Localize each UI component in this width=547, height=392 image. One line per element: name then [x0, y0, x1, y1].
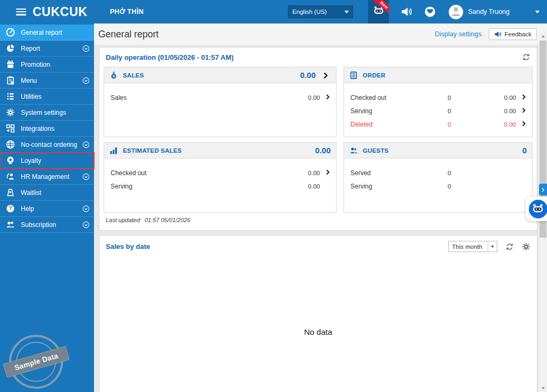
- refresh-icon[interactable]: [522, 53, 530, 61]
- refresh-icon[interactable]: [505, 242, 514, 251]
- guests-icon: [349, 146, 359, 155]
- restaurant-name: PHỞ THÌN: [110, 8, 144, 15]
- hamburger-menu-icon[interactable]: [16, 9, 26, 15]
- chevron-down-circle-icon[interactable]: [82, 205, 90, 213]
- sidebar-menu: General reportReportPromotionMenuUtiliti…: [0, 23, 94, 233]
- user-name[interactable]: Sandy Truong: [468, 8, 510, 15]
- chatbot-topbar-button[interactable]: New: [368, 0, 389, 23]
- person-icon: [450, 5, 462, 19]
- chevron-down-circle-icon[interactable]: [82, 77, 90, 84]
- order-card: ORDER Checked out00.00Serving00.00Delete…: [343, 67, 533, 137]
- sidebar-item-utilities[interactable]: Utilities: [0, 89, 94, 105]
- sales-card: $ SALES 0.00 Sales0.00: [104, 67, 337, 137]
- row-label: Serving: [350, 107, 448, 115]
- money-bag-icon: $: [110, 70, 119, 80]
- chevron-right-icon[interactable]: [516, 94, 527, 101]
- sidebar-item-label: Promotion: [21, 61, 90, 68]
- sidebar-item-general-report[interactable]: General report: [0, 25, 94, 41]
- card-row-serving: Serving0: [350, 179, 527, 193]
- card-row-sales[interactable]: Sales0.00: [111, 91, 331, 104]
- chevron-right-icon[interactable]: [516, 107, 527, 115]
- app-logo[interactable]: CUKCUK: [33, 5, 88, 19]
- robot-icon: [529, 200, 547, 218]
- sidebar-item-no-contact-ordering[interactable]: No-contact ordering: [0, 137, 94, 153]
- chevron-down-circle-icon[interactable]: [82, 173, 90, 181]
- gift-icon: [6, 60, 16, 69]
- row-label: Serving: [111, 183, 289, 190]
- feedback-button[interactable]: Feedback: [489, 28, 537, 40]
- clipboard-icon: [6, 76, 16, 85]
- daily-operation-panel: Daily operation (01/05/2026 - 01:57 AM) …: [99, 47, 537, 231]
- chevron-down-circle-icon[interactable]: [82, 45, 90, 52]
- chevron-down-circle-icon[interactable]: [82, 141, 90, 148]
- chevron-down-icon: [488, 241, 497, 252]
- chevron-right-icon[interactable]: [320, 169, 331, 177]
- language-select[interactable]: English (US): [288, 5, 353, 18]
- sidebar-item-label: Help: [21, 205, 82, 213]
- estimated-sales-card-header: ESTIMATED SALES 0.00: [104, 143, 336, 159]
- sidebar-item-menu[interactable]: Menu: [0, 73, 94, 89]
- gear-icon[interactable]: [522, 242, 530, 251]
- card-row-checked-out[interactable]: Checked out0.00: [111, 166, 331, 179]
- row-label: Deleted: [350, 121, 448, 128]
- loyalty-badge-icon: [6, 156, 16, 166]
- sidebar-item-label: System settings: [21, 109, 90, 116]
- card-row-serving[interactable]: Serving00.00: [350, 104, 527, 117]
- estimated-sales-card: ESTIMATED SALES 0.00 Checked out0.00Serv…: [104, 142, 337, 213]
- sidebar-item-help[interactable]: ?Help: [0, 201, 94, 217]
- globe-icon: [6, 140, 16, 150]
- sales-total: 0.00: [300, 70, 316, 80]
- display-settings-link[interactable]: Display settings: [435, 30, 482, 38]
- chevron-down-circle-icon[interactable]: [82, 221, 90, 229]
- sidebar-item-hr-management[interactable]: HR Management: [0, 169, 94, 185]
- megaphone-icon: [494, 30, 502, 38]
- sidebar-item-loyalty[interactable]: Loyalty: [0, 153, 94, 169]
- estimated-sales-total: 0.00: [315, 146, 331, 155]
- card-row-deleted[interactable]: Deleted00.00: [350, 117, 527, 131]
- card-row-serving: Serving0.00: [111, 179, 331, 193]
- sales-card-header[interactable]: $ SALES 0.00: [104, 67, 336, 83]
- user-menu-chevron-icon[interactable]: [535, 11, 540, 13]
- row-label: Serving: [350, 183, 448, 190]
- dashboard-icon: [6, 28, 16, 37]
- row-value: 0.00: [289, 183, 320, 190]
- app-root: CUKCUK PHỞ THÌN English (US) New Sandy T…: [0, 0, 547, 392]
- sidebar-item-label: Utilities: [21, 93, 90, 100]
- chevron-right-icon[interactable]: [320, 94, 331, 101]
- integrations-icon: [6, 124, 16, 134]
- bar-chart-icon: [110, 146, 119, 155]
- sidebar-item-waitlist[interactable]: Waitlist: [0, 185, 94, 201]
- row-value: 0.00: [289, 170, 320, 176]
- chevron-right-icon[interactable]: [516, 121, 527, 128]
- help-icon: ?: [6, 204, 16, 214]
- period-select[interactable]: This month: [448, 241, 497, 252]
- svg-text:?: ?: [9, 206, 12, 211]
- guests-total: 0: [522, 146, 527, 155]
- user-avatar[interactable]: [449, 5, 463, 19]
- sales-by-date-title: Sales by date: [106, 242, 150, 250]
- sidebar-item-subscription[interactable]: Subscription: [0, 217, 94, 233]
- scroll-up-arrow[interactable]: [539, 32, 547, 40]
- waitlist-sign-icon: [6, 188, 16, 198]
- chevron-right-icon[interactable]: [322, 72, 331, 79]
- no-data-text: No data: [99, 327, 537, 336]
- sidebar-item-promotion[interactable]: Promotion: [0, 57, 94, 73]
- row-count: 0: [448, 183, 516, 190]
- sidebar-item-system-settings[interactable]: System settings: [0, 105, 94, 121]
- row-label: Served: [350, 169, 448, 177]
- sidebar-item-integrations[interactable]: Integrations: [0, 121, 94, 137]
- row-label: Sales: [111, 94, 289, 101]
- chatbot-floating-button[interactable]: [526, 197, 547, 221]
- list-icon: [6, 92, 16, 101]
- side-panel-expander[interactable]: [539, 184, 547, 195]
- sidebar-item-label: No-contact ordering: [21, 141, 82, 148]
- scroll-down-arrow[interactable]: [539, 384, 547, 392]
- announcements-megaphone-icon[interactable]: [401, 6, 412, 18]
- card-row-checked-out[interactable]: Checked out00.00: [350, 91, 527, 104]
- document-icon: [349, 70, 359, 80]
- globe-heart-icon[interactable]: [424, 6, 436, 18]
- sidebar-item-label: Menu: [21, 77, 82, 84]
- people-icon: [6, 220, 16, 230]
- sidebar-item-report[interactable]: Report: [0, 41, 94, 57]
- guests-card-header: GUESTS 0: [344, 143, 532, 159]
